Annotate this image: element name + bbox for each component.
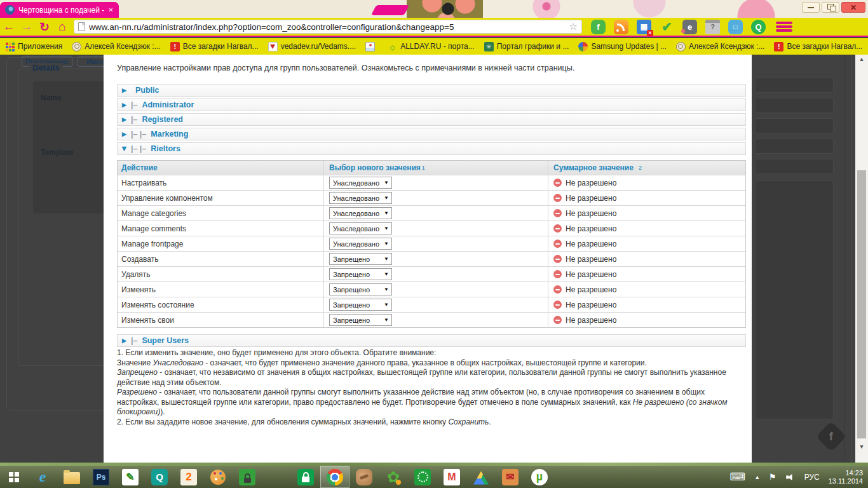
- permission-select[interactable]: Запрещено: [329, 268, 392, 280]
- not-allowed-icon: [553, 316, 562, 324]
- home-button[interactable]: ⌂: [53, 18, 71, 35]
- secure-folder-icon[interactable]: [233, 466, 262, 488]
- group-accordion-bar-super-users[interactable]: ▶ |– Super Users: [117, 334, 746, 347]
- permission-select[interactable]: Унаследовано: [329, 192, 392, 204]
- new-tab-button[interactable]: [371, 5, 410, 15]
- status-label: Не разрешено: [566, 209, 616, 218]
- group-accordion-list: ▶ Public ▶ |– Administrator ▶ |– Registe…: [117, 84, 746, 155]
- bookmark-label: Алексей Ксендзюк :...: [689, 42, 765, 51]
- bookmark-item[interactable]: Алексей Ксендзюк :...: [72, 42, 161, 51]
- paint-icon[interactable]: [203, 466, 233, 488]
- back-button[interactable]: ←: [0, 18, 18, 35]
- browser-tab-strip: Агентство недвижимости ✕ Конструктор кон…: [0, 0, 868, 18]
- not-allowed-icon: [553, 270, 562, 278]
- not-allowed-icon: [553, 194, 562, 202]
- qip-icon[interactable]: [145, 466, 174, 488]
- not-allowed-icon: [553, 224, 562, 233]
- not-allowed-icon: [553, 301, 562, 309]
- clock[interactable]: 14:23 13.11.2014: [829, 469, 863, 485]
- permission-select[interactable]: Унаследовано: [329, 207, 392, 219]
- touch-keyboard-icon[interactable]: ⌨: [730, 470, 746, 484]
- bookmark-label: ALLDAY.RU - порта...: [400, 42, 475, 51]
- permission-select[interactable]: Унаследовано: [329, 238, 392, 250]
- mail-client-icon[interactable]: [496, 466, 525, 488]
- extension-glyph: □: [733, 23, 738, 30]
- green-app-icon[interactable]: [408, 466, 437, 488]
- permission-select[interactable]: Запрещено: [329, 314, 392, 326]
- forward-button[interactable]: →: [18, 18, 36, 35]
- utorrent-icon[interactable]: [525, 466, 554, 488]
- gmail-icon[interactable]: [437, 466, 466, 488]
- bookmark-favicon-icon: [484, 42, 494, 51]
- bookmark-item[interactable]: Приложения: [5, 42, 62, 51]
- notepad-plus-plus-icon[interactable]: [116, 466, 145, 488]
- page-scrollbar[interactable]: ▲ ▼: [855, 55, 868, 463]
- scrollbar-thumb[interactable]: [857, 170, 866, 438]
- close-button[interactable]: ✕: [841, 2, 865, 13]
- group-level-prefix: |–: [131, 100, 137, 109]
- permission-select[interactable]: Запрещено: [329, 253, 392, 265]
- chrome-taskbar-icon[interactable]: [320, 466, 349, 488]
- permission-select[interactable]: Запрещено: [329, 299, 392, 311]
- language-indicator[interactable]: РУС: [804, 473, 820, 482]
- photoshop-icon[interactable]: [86, 466, 116, 488]
- group-accordion-bar[interactable]: ▶ |– Administrator: [117, 98, 746, 111]
- browser-tab[interactable]: Чертовщина с подачей - ✕: [0, 2, 119, 18]
- group-label: Public: [135, 86, 159, 95]
- status-label: Не разрешено: [566, 179, 616, 187]
- status-label: Не разрешено: [566, 301, 616, 309]
- page-content: Приложение Импорт... Details Name Templa…: [0, 55, 868, 463]
- url-text[interactable]: www.an-nn.ru/administrator/index.php?opt…: [89, 22, 566, 32]
- file-explorer-icon[interactable]: [57, 466, 86, 488]
- tray-date: 13.11.2014: [829, 477, 863, 485]
- google-drive-icon[interactable]: [466, 466, 496, 488]
- browser-menu-icon[interactable]: [776, 20, 792, 33]
- feedly-overlay-icon[interactable]: f: [816, 421, 846, 452]
- 2gis-icon[interactable]: [174, 466, 203, 488]
- table-row: Manage categories Унаследовано Не разреш…: [118, 205, 745, 220]
- permission-select[interactable]: Унаследовано: [329, 222, 392, 234]
- group-accordion-bar[interactable]: ▶ Public: [117, 84, 746, 97]
- action-center-flag-icon[interactable]: ⚑: [769, 472, 776, 482]
- group-accordion-bar[interactable]: ▶ |– |– Marketing: [117, 128, 746, 140]
- bookmark-item[interactable]: [365, 42, 378, 51]
- tab-close-icon[interactable]: ✕: [108, 6, 113, 13]
- not-allowed-icon: [553, 209, 562, 217]
- bookmark-item[interactable]: Все загадки Нагвал...: [774, 42, 862, 51]
- scroll-down-icon[interactable]: ▼: [855, 444, 868, 450]
- status-label: Не разрешено: [566, 316, 616, 325]
- scroll-up-icon[interactable]: ▲: [855, 56, 868, 62]
- table-row: Manage comments Унаследовано Не разрешен…: [118, 220, 745, 236]
- permission-select[interactable]: Унаследовано: [329, 177, 392, 189]
- bookmark-item[interactable]: ALLDAY.RU - порта...: [388, 42, 475, 51]
- table-row: Управление компонентом Унаследовано Не р…: [118, 190, 745, 205]
- bookmark-item[interactable]: vedadev.ru/Vedams....: [268, 42, 356, 51]
- extension-glyph: ✔: [661, 19, 672, 34]
- accordion-triangle-icon: ▶: [122, 338, 126, 344]
- footnote-line: 1. Если изменить значение, оно будет при…: [117, 348, 747, 358]
- refresh-button[interactable]: ↻: [36, 18, 53, 35]
- bookmark-item[interactable]: Портал графики и ...: [484, 42, 569, 51]
- group-accordion-bar[interactable]: ▶ |– Registered: [117, 113, 746, 126]
- bookmark-star-icon[interactable]: ☆: [569, 21, 578, 32]
- bookmark-item[interactable]: Алексей Ксендзюк :...: [676, 42, 765, 51]
- icq-icon[interactable]: [379, 466, 408, 488]
- handshake-app-icon[interactable]: [349, 466, 379, 488]
- hidden-icons-chevron-icon[interactable]: ▲: [754, 474, 760, 480]
- address-bar[interactable]: www.an-nn.ru/administrator/index.php?opt…: [74, 20, 582, 34]
- status-label: Не разрешено: [566, 255, 616, 264]
- restore-button[interactable]: [822, 2, 839, 13]
- group-level-prefix: |– |–: [131, 144, 146, 153]
- windows-store-icon[interactable]: [291, 466, 320, 488]
- volume-tray-icon[interactable]: [786, 473, 795, 481]
- extension-glyph: Q: [755, 22, 761, 32]
- volume-mixer-icon[interactable]: [262, 466, 291, 488]
- permission-select[interactable]: Запрещено: [329, 283, 392, 295]
- internet-explorer-icon[interactable]: [28, 466, 57, 488]
- minimize-button[interactable]: [802, 2, 820, 13]
- start-button[interactable]: [0, 466, 28, 488]
- bookmark-item[interactable]: Samsung Updates | ...: [578, 42, 667, 51]
- group-label: Super Users: [142, 336, 189, 345]
- group-accordion-bar[interactable]: ▶ |– |– Rieltors: [117, 142, 746, 155]
- bookmark-item[interactable]: Все загадки Нагвал...: [170, 42, 259, 51]
